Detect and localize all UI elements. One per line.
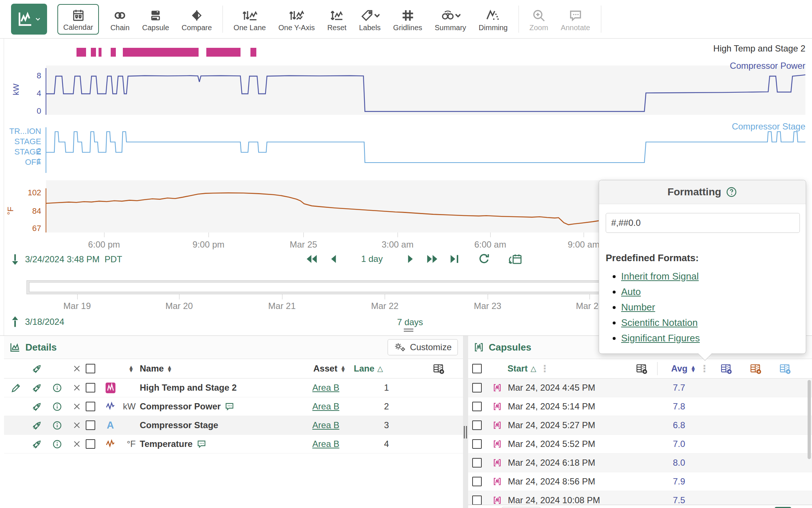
capsule-table-row[interactable]: Mar 24, 2024 4:45 PM 7.7 xyxy=(468,379,812,397)
edit-pencil-icon[interactable] xyxy=(11,416,22,434)
item-name[interactable]: Temperature xyxy=(140,435,207,453)
column-lane[interactable]: Lane△ xyxy=(354,359,383,378)
info-icon[interactable] xyxy=(52,435,62,453)
predefined-format-link[interactable]: Inherit from Signal xyxy=(621,271,699,282)
toolbar-item-capsule[interactable]: Capsule xyxy=(142,7,169,32)
range2-start-value[interactable]: 3/18/2024 xyxy=(25,317,64,327)
row-checkbox[interactable] xyxy=(86,435,95,453)
select-all-checkbox[interactable] xyxy=(472,359,482,378)
investigate-range-button[interactable] xyxy=(508,252,523,266)
add-column-signal-orange-icon[interactable] xyxy=(749,359,762,378)
row-checkbox[interactable] xyxy=(86,416,95,434)
predefined-format-link[interactable]: Scientific Notation xyxy=(621,317,698,328)
add-column-signal-lightblue-icon[interactable] xyxy=(779,359,791,378)
condition-capsule-lane[interactable] xyxy=(46,48,805,57)
remove-icon[interactable] xyxy=(72,416,81,434)
refresh-button[interactable] xyxy=(478,253,490,265)
sort-icon[interactable]: ▲▼ xyxy=(690,365,696,372)
stage-signal[interactable] xyxy=(46,115,805,173)
range-timezone[interactable]: PDT xyxy=(104,254,122,264)
column-start[interactable]: Start△⋮ xyxy=(508,359,549,378)
item-name[interactable]: High Temp and Stage 2 xyxy=(140,379,237,397)
range-duration[interactable]: 1 day xyxy=(361,254,383,264)
rocket-icon[interactable] xyxy=(32,379,42,397)
toolbar-item-compare[interactable]: Compare xyxy=(182,7,212,32)
details-table-row[interactable]: kW Compressor Power Area B 2 xyxy=(4,397,463,416)
toolbar-item-zoom[interactable]: Zoom xyxy=(530,7,548,32)
capsule-bar[interactable] xyxy=(123,48,199,57)
toolbar-item-calendar[interactable]: Calendar xyxy=(57,4,99,35)
step-forward-half-button[interactable] xyxy=(406,253,415,265)
toolbar-item-annotate[interactable]: Annotate xyxy=(561,7,590,32)
rocket-icon[interactable] xyxy=(32,397,42,416)
display-range-start[interactable]: 3/24/2024 3:48 PM PDT xyxy=(10,253,122,266)
step-to-end-button[interactable] xyxy=(449,253,460,265)
asset-link[interactable]: Area B xyxy=(306,379,346,397)
rocket-icon[interactable] xyxy=(32,435,42,453)
details-table-row[interactable]: °F Temperature Area B 4 xyxy=(4,435,463,454)
annotation-bubble-icon[interactable] xyxy=(224,401,235,412)
toolbar-item-gridlines[interactable]: Gridlines xyxy=(393,7,422,32)
sort-icon[interactable]: ▲▼ xyxy=(167,365,172,372)
step-forward-full-button[interactable] xyxy=(425,253,439,265)
panel-divider[interactable] xyxy=(463,336,468,508)
row-checkbox[interactable] xyxy=(472,454,482,472)
capsule-table-row[interactable]: Mar 24, 2024 5:14 PM 7.8 xyxy=(468,397,812,416)
add-column-icon[interactable] xyxy=(432,359,445,378)
row-checkbox[interactable] xyxy=(472,379,482,397)
toolbar-item-summary[interactable]: Summary xyxy=(435,7,466,32)
sort-asc-icon[interactable]: △ xyxy=(531,364,536,373)
column-asset[interactable]: Asset▲▼ xyxy=(313,359,346,378)
capsule-bar[interactable] xyxy=(206,48,241,57)
customize-button[interactable]: Customize xyxy=(388,339,458,355)
edit-pencil-icon[interactable] xyxy=(11,397,22,416)
capsule-table-row[interactable]: Mar 24, 2024 5:27 PM 6.8 xyxy=(468,416,812,435)
capsule-bar[interactable] xyxy=(76,48,86,57)
info-icon[interactable] xyxy=(52,379,62,397)
capsule-table-row[interactable]: Mar 24, 2024 8:56 PM 7.9 xyxy=(468,472,812,491)
info-icon[interactable] xyxy=(52,397,62,416)
select-all-checkbox[interactable] xyxy=(86,359,95,378)
step-back-half-button[interactable] xyxy=(329,253,338,265)
details-table-row[interactable]: A Compressor Stage Area B 3 xyxy=(4,416,463,435)
capsule-bar[interactable] xyxy=(91,48,96,57)
scrollbar-thumb[interactable] xyxy=(808,380,811,459)
format-input[interactable] xyxy=(606,213,800,233)
toolbar-item-labels[interactable]: Labels xyxy=(359,7,381,32)
range-start-value[interactable]: 3/24/2024 3:48 PM xyxy=(25,254,100,264)
column-menu-icon[interactable]: ⋮ xyxy=(540,363,549,374)
toolbar-item-one-y-axis[interactable]: One Y-Axis xyxy=(278,7,315,32)
toolbar-item-reset[interactable]: Reset xyxy=(327,7,346,32)
row-checkbox[interactable] xyxy=(86,397,95,416)
annotation-bubble-icon[interactable] xyxy=(196,439,207,449)
item-name[interactable]: Compressor Power xyxy=(140,397,235,416)
predefined-format-link[interactable]: Auto xyxy=(621,286,641,297)
step-back-full-button[interactable] xyxy=(304,253,319,265)
panel-resize-handle[interactable] xyxy=(404,328,413,333)
view-mode-button[interactable] xyxy=(11,4,47,35)
toolbar-item-dimming[interactable]: Dimming xyxy=(479,7,508,32)
sort-icon[interactable]: ▲▼ xyxy=(340,365,346,372)
column-menu-icon[interactable]: ⋮ xyxy=(699,363,709,374)
capsule-bar[interactable] xyxy=(250,48,257,57)
predefined-format-link[interactable]: Number xyxy=(621,302,655,313)
toolbar-item-one-lane[interactable]: One Lane xyxy=(234,7,266,32)
add-column-icon[interactable] xyxy=(635,359,648,378)
remove-all-icon[interactable] xyxy=(72,359,81,378)
capsule-table-row[interactable]: Mar 24, 2024 6:18 PM 8.0 xyxy=(468,454,812,472)
add-column-signal-blue-icon[interactable] xyxy=(720,359,733,378)
investigate-range-start[interactable]: 3/18/2024 xyxy=(10,316,64,328)
capsule-table-row[interactable]: Mar 24, 2024 5:52 PM 7.0 xyxy=(468,435,812,454)
remove-icon[interactable] xyxy=(72,435,81,453)
remove-icon[interactable] xyxy=(72,379,81,397)
asset-link[interactable]: Area B xyxy=(306,435,346,453)
edit-pencil-icon[interactable] xyxy=(11,379,22,397)
row-checkbox[interactable] xyxy=(472,472,482,491)
rocket-icon[interactable] xyxy=(32,416,42,434)
sort-icon[interactable]: ▲▼ xyxy=(125,359,134,378)
capsule-bar[interactable] xyxy=(111,48,116,57)
predefined-format-link[interactable]: Significant Figures xyxy=(621,333,700,344)
capsule-bar[interactable] xyxy=(99,48,102,57)
row-checkbox[interactable] xyxy=(472,416,482,434)
row-checkbox[interactable] xyxy=(86,379,95,397)
